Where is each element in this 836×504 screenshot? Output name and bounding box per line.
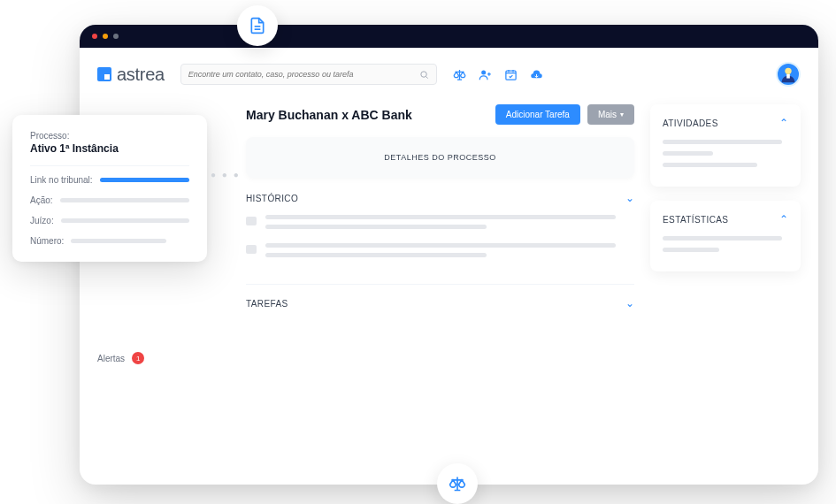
- activities-label: ATIVIDADES: [663, 118, 718, 128]
- close-dot[interactable]: [92, 34, 97, 39]
- alerts-badge: 1: [132, 352, 144, 364]
- svg-point-2: [421, 71, 426, 76]
- connector-dots: ● ● ●: [211, 170, 241, 179]
- top-icons: [453, 68, 543, 81]
- cloud-download-icon[interactable]: [530, 68, 543, 81]
- placeholder-line: [663, 248, 719, 252]
- history-item: [246, 215, 634, 234]
- window-titlebar: [80, 25, 818, 48]
- main-column: Mary Buchanan x ABC Bank Adicionar Taref…: [246, 104, 634, 345]
- placeholder-line: [663, 163, 757, 167]
- cloud-icon: [246, 217, 257, 225]
- link-bar: [100, 178, 189, 182]
- action-label: Ação:: [30, 195, 53, 205]
- document-badge: [237, 5, 278, 46]
- placeholder-line: [663, 140, 782, 144]
- topbar: astrea: [97, 62, 801, 87]
- placeholder-line: [265, 215, 616, 219]
- tribunal-link-row[interactable]: Link no tribunal:: [30, 175, 189, 185]
- search-icon[interactable]: [419, 70, 429, 80]
- svg-point-4: [481, 70, 486, 74]
- process-label: Processo:: [30, 131, 189, 141]
- number-row: Número:: [30, 236, 189, 246]
- maximize-dot[interactable]: [113, 34, 119, 39]
- details-panel[interactable]: DETALHES DO PROCESSO: [246, 137, 634, 178]
- tasks-label: TAREFAS: [246, 299, 288, 309]
- svg-point-6: [785, 68, 791, 74]
- placeholder-line: [265, 225, 487, 229]
- court-label: Juízo:: [30, 216, 54, 225]
- stats-card: ESTATÍSTICAS ⌃: [650, 201, 801, 271]
- process-status-value: Ativo 1ª Instância: [30, 142, 189, 155]
- chevron-down-icon: ⌄: [625, 192, 634, 204]
- stats-label: ESTATÍSTICAS: [663, 215, 728, 225]
- placeholder-bar: [71, 239, 166, 243]
- chevron-down-icon: ⌄: [625, 297, 634, 309]
- cloud-icon: [246, 245, 257, 254]
- case-title: Mary Buchanan x ABC Bank: [246, 108, 488, 122]
- svg-line-3: [426, 76, 427, 78]
- avatar[interactable]: [776, 62, 801, 87]
- logo-text: astrea: [117, 65, 165, 85]
- calendar-check-icon[interactable]: [504, 68, 518, 81]
- case-header: Mary Buchanan x ABC Bank Adicionar Taref…: [246, 104, 634, 125]
- history-section: HISTÓRICO ⌄: [246, 192, 634, 285]
- chevron-up-icon: ⌃: [779, 213, 788, 225]
- scales-badge: [437, 463, 478, 504]
- placeholder-line: [663, 236, 782, 241]
- activities-header[interactable]: ATIVIDADES ⌃: [663, 117, 788, 129]
- tasks-header[interactable]: TAREFAS ⌄: [246, 297, 634, 309]
- svg-rect-7: [786, 74, 790, 79]
- placeholder-line: [663, 151, 713, 156]
- svg-rect-5: [506, 71, 516, 80]
- history-item: [246, 243, 634, 263]
- placeholder-bar: [60, 198, 189, 202]
- logo[interactable]: astrea: [97, 65, 165, 85]
- stats-header[interactable]: ESTATÍSTICAS ⌃: [663, 213, 788, 225]
- chevron-up-icon: ⌃: [779, 117, 788, 129]
- placeholder-bar: [61, 218, 189, 223]
- right-column: ATIVIDADES ⌃ ESTATÍSTICAS ⌃: [650, 104, 801, 271]
- alerts-row[interactable]: Alertas 1: [97, 352, 230, 364]
- court-row: Juízo:: [30, 216, 189, 225]
- alerts-label: Alertas: [97, 354, 125, 363]
- placeholder-line: [265, 243, 616, 248]
- minimize-dot[interactable]: [103, 34, 108, 39]
- number-label: Número:: [30, 236, 64, 246]
- scales-icon[interactable]: [453, 68, 466, 81]
- history-header[interactable]: HISTÓRICO ⌄: [246, 192, 634, 204]
- tribunal-link-label: Link no tribunal:: [30, 175, 93, 185]
- history-label: HISTÓRICO: [246, 194, 298, 203]
- activities-card: ATIVIDADES ⌃: [650, 104, 801, 187]
- tasks-section: TAREFAS ⌄: [246, 297, 634, 332]
- action-row: Ação:: [30, 195, 189, 205]
- search-input[interactable]: [188, 70, 419, 79]
- more-button[interactable]: Mais: [587, 104, 634, 125]
- process-popup: Processo: Ativo 1ª Instância Link no tri…: [12, 115, 207, 262]
- search-box[interactable]: [180, 64, 437, 85]
- add-task-button[interactable]: Adicionar Tarefa: [495, 104, 580, 125]
- logo-mark: [97, 67, 111, 81]
- placeholder-line: [265, 253, 487, 257]
- add-user-icon[interactable]: [479, 68, 492, 81]
